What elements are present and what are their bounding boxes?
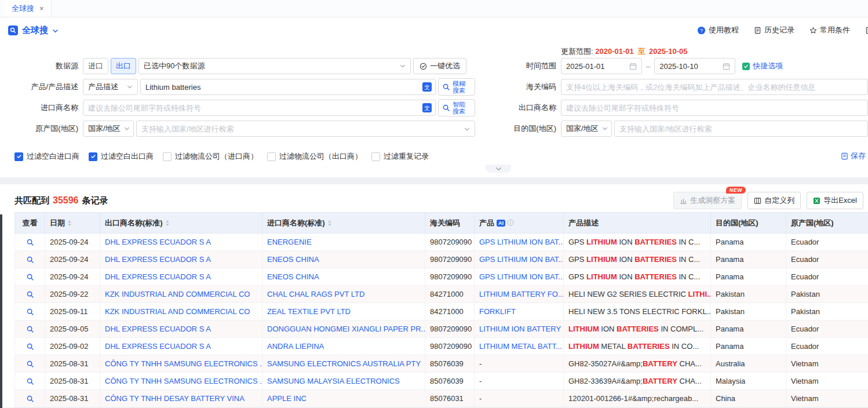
view-detail-icon[interactable]	[26, 238, 34, 246]
exporter-link[interactable]: DHL EXPRESS ECUADOR S A	[105, 238, 211, 246]
importer-link[interactable]: SAMSUNG MALAYSIA ELECTRONICS	[267, 377, 400, 385]
exporter-link-cell: CÔNG TY TNHH SAMSUNG ELECTRONICS ...	[100, 355, 262, 373]
table-row: 2025-09-24DHL EXPRESS ECUADOR S AENEOS C…	[15, 268, 868, 286]
view-detail-icon[interactable]	[26, 273, 34, 281]
exporter-link[interactable]: CÔNG TY TNHH DESAY BATTERY VINA	[105, 394, 245, 403]
importer-link[interactable]: APPLE INC	[267, 394, 307, 403]
importer-link[interactable]: ENEOS CHINA	[267, 272, 319, 281]
collapse-toggle[interactable]	[486, 165, 511, 173]
table-row: 2025-08-31CÔNG TY TNHH SAMSUNG ELECTRONI…	[15, 355, 868, 373]
exporter-link[interactable]: DHL EXPRESS ECUADOR S A	[105, 272, 211, 281]
product-link[interactable]: LITHIUM BATTERY FO...	[479, 290, 564, 298]
save-label: 保存	[851, 151, 866, 161]
filter-checkbox[interactable]: 过滤物流公司（出口商）	[267, 151, 362, 162]
form-row-hs-code: 海关编码	[475, 79, 868, 95]
column-header[interactable]: 出口商名称(标准)	[100, 213, 262, 234]
exporter-input[interactable]	[566, 104, 863, 112]
importer-input[interactable]	[88, 104, 419, 112]
hs-code-value-cell: 9807209090	[425, 234, 475, 251]
exporter-link-cell: KZK INDUSTRIAL AND COMMERCIAL CO	[100, 286, 262, 303]
origin-type-select[interactable]: 国家/地区	[83, 121, 134, 137]
destination-country-input[interactable]	[619, 125, 863, 133]
column-header[interactable]: 进口商名称(标准)	[262, 213, 425, 234]
exporter-link[interactable]: CÔNG TY TNHH SAMSUNG ELECTRONICS ...	[105, 359, 262, 368]
exporter-link[interactable]: KZK INDUSTRIAL AND COMMERCIAL CO	[105, 307, 250, 316]
end-date-input[interactable]: 2025-10-10	[654, 58, 735, 74]
filter-checkbox[interactable]: 过滤物流公司（进口商）	[163, 151, 258, 162]
info-icon[interactable]	[507, 219, 514, 226]
destination-value: Panama	[716, 238, 743, 246]
date-separator: –	[646, 62, 650, 71]
view-cell	[15, 303, 45, 320]
exporter-link[interactable]: DHL EXPRESS ECUADOR S A	[105, 255, 211, 264]
sort-icon[interactable]	[68, 220, 71, 226]
left-scrollbar[interactable]	[0, 214, 2, 408]
one-click-optimize-button[interactable]: 一键优选	[413, 58, 466, 74]
view-detail-icon[interactable]	[26, 325, 34, 333]
origin-value-cell: Pakistan	[786, 286, 868, 303]
column-header[interactable]: 日期	[45, 213, 100, 234]
data-source-select[interactable]: 已选中90个数据源	[138, 58, 411, 74]
filter-checkbox[interactable]: 过滤空白出口商	[89, 151, 154, 162]
product-link[interactable]: LITHIUM METAL BATT...	[479, 342, 562, 351]
product-link[interactable]: GPS LITHIUM ION BAT...	[479, 238, 564, 246]
importer-link[interactable]: SAMSUNG ELECTRONICS AUSTRALIA PTY	[267, 359, 421, 368]
checkbox-icon	[163, 152, 172, 161]
sort-icon[interactable]	[328, 220, 331, 226]
tab-close-icon[interactable]: ×	[39, 5, 44, 12]
export-toggle-button[interactable]: 出口	[111, 58, 136, 74]
header-link-history[interactable]: 历史记录	[754, 25, 794, 35]
hs-code-value: 85076039	[430, 377, 464, 385]
translate-icon[interactable]: 文	[422, 103, 432, 112]
exporter-link[interactable]: DHL EXPRESS ECUADOR S A	[105, 342, 211, 351]
filter-checkbox[interactable]: 过滤空白进口商	[14, 151, 79, 162]
quick-options-link[interactable]: 快捷选项	[742, 61, 783, 71]
view-detail-icon[interactable]	[26, 343, 34, 351]
view-detail-icon[interactable]	[26, 256, 34, 264]
view-detail-icon[interactable]	[26, 360, 34, 368]
description-text: IN CO...	[670, 342, 699, 351]
product-link[interactable]: FORKLIFT	[479, 307, 516, 316]
hs-code-input[interactable]	[566, 83, 863, 92]
exporter-link[interactable]: CÔNG TY TNHH SAMSUNG ELECTRONICS ...	[105, 377, 262, 385]
translate-icon[interactable]: 文	[422, 82, 432, 92]
product-link[interactable]: GPS LITHIUM ION BAT...	[479, 255, 564, 264]
save-button[interactable]: 保存	[841, 151, 866, 161]
hs-code-value: 9807209090	[430, 325, 472, 333]
header-link-star[interactable]: 常用条件	[809, 25, 850, 35]
importer-link[interactable]: CHAL CHAL RAGS PVT LTD	[267, 290, 364, 298]
view-detail-icon[interactable]	[26, 377, 34, 385]
title-chevron-down-icon[interactable]	[52, 28, 59, 34]
view-detail-icon[interactable]	[26, 395, 34, 403]
start-date-input[interactable]: 2025-01-01	[561, 58, 642, 74]
origin-country-input[interactable]	[141, 125, 459, 133]
product-input[interactable]	[145, 83, 419, 92]
exporter-link[interactable]: KZK INDUSTRIAL AND COMMERCIAL CO	[105, 290, 250, 298]
product-link[interactable]: LITHIUM ION BATTERY	[479, 325, 561, 333]
view-detail-icon[interactable]	[26, 308, 34, 316]
tab-global-search[interactable]: 全球搜 ×	[5, 0, 52, 17]
sort-icon[interactable]	[166, 220, 169, 226]
table-row: 2025-09-05DHL EXPRESS ECUADOR S ADONGGUA…	[15, 320, 868, 338]
filter-checkbox[interactable]: 过滤重复记录	[371, 151, 429, 162]
partial-clipped-icon[interactable]	[865, 27, 868, 34]
header-link-tutorial[interactable]: ?使用教程	[697, 25, 739, 35]
exporter-link[interactable]: DHL EXPRESS ECUADOR S A	[105, 325, 211, 333]
export-excel-button[interactable]: 导出Excel	[807, 192, 863, 209]
product-field-select[interactable]: 产品描述	[83, 79, 138, 95]
custom-columns-button[interactable]: 自定义列	[747, 192, 801, 209]
generate-insight-button[interactable]: 生成洞察方案 NEW	[673, 192, 742, 209]
svg-text:文: 文	[424, 105, 430, 111]
importer-link[interactable]: ZEAL TEXTILE PVT LTD	[267, 307, 351, 316]
importer-link[interactable]: ENEOS CHINA	[267, 255, 319, 264]
destination-type-select[interactable]: 国家/地区	[561, 121, 612, 137]
importer-link[interactable]: ANDRA LIEPINA	[267, 342, 324, 351]
importer-link[interactable]: DONGGUAN HONGMEI XIANGLI PAPER PR...	[267, 325, 425, 333]
import-toggle-button[interactable]: 进口	[83, 58, 108, 74]
columns-icon	[754, 197, 761, 205]
fuzzy-search-button[interactable]: 模糊搜索	[438, 78, 475, 96]
view-detail-icon[interactable]	[26, 290, 34, 298]
smart-search-button[interactable]: 智能搜索	[438, 99, 475, 116]
product-link[interactable]: GPS LITHIUM ION BAT...	[479, 272, 564, 281]
importer-link[interactable]: ENERGENIE	[267, 238, 312, 246]
